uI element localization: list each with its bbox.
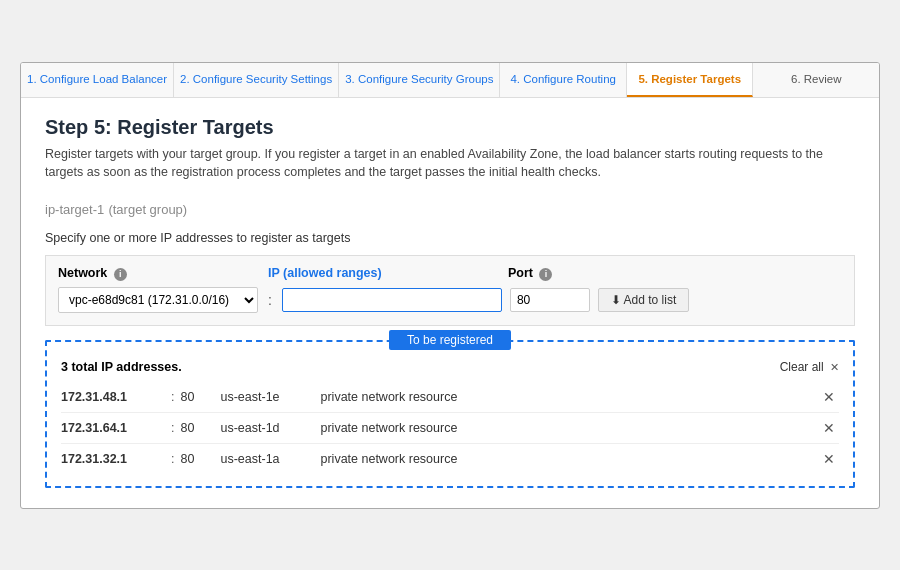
ip-col-header: IP (allowed ranges) xyxy=(268,266,508,280)
remove-target-button[interactable]: ✕ xyxy=(819,420,839,436)
total-count: 3 total IP addresses. xyxy=(61,360,182,374)
target-resource: private network resource xyxy=(320,452,819,466)
registered-header-row: 3 total IP addresses. Clear all ✕ xyxy=(61,360,839,374)
target-ip: 172.31.64.1 xyxy=(61,421,171,435)
input-section: Network i IP (allowed ranges) Port i vpc… xyxy=(45,255,855,326)
target-zone: us-east-1a xyxy=(220,452,320,466)
registered-badge: To be registered xyxy=(389,330,511,350)
target-row: 172.31.32.1 : 80 us-east-1a private netw… xyxy=(61,444,839,474)
clear-all-button[interactable]: Clear all ✕ xyxy=(780,360,839,374)
network-info-icon[interactable]: i xyxy=(114,268,127,281)
wizard-step-step5[interactable]: 5. Register Targets xyxy=(627,63,754,97)
registered-title-bar: To be registered xyxy=(47,330,853,350)
remove-target-button[interactable]: ✕ xyxy=(819,389,839,405)
target-resource: private network resource xyxy=(320,390,819,404)
add-to-list-button[interactable]: ⬇ Add to list xyxy=(598,288,689,312)
target-resource: private network resource xyxy=(320,421,819,435)
target-port: 80 xyxy=(180,452,220,466)
input-headers: Network i IP (allowed ranges) Port i xyxy=(58,266,842,281)
wizard-step-step4[interactable]: 4. Configure Routing xyxy=(500,63,627,97)
target-group-name: ip-target-1 (target group) xyxy=(45,200,855,217)
main-window: 1. Configure Load Balancer2. Configure S… xyxy=(20,62,880,509)
target-zone: us-east-1e xyxy=(220,390,320,404)
port-col-header: Port i xyxy=(508,266,628,281)
port-info-icon[interactable]: i xyxy=(539,268,552,281)
ip-input[interactable] xyxy=(282,288,502,312)
specify-label: Specify one or more IP addresses to regi… xyxy=(45,231,855,245)
colon-separator: : xyxy=(268,292,272,308)
registered-body: 3 total IP addresses. Clear all ✕ 172.31… xyxy=(47,350,853,486)
page-description: Register targets with your target group.… xyxy=(45,145,855,183)
target-rows-container: 172.31.48.1 : 80 us-east-1e private netw… xyxy=(61,382,839,474)
wizard-step-step1[interactable]: 1. Configure Load Balancer xyxy=(21,63,174,97)
target-colon: : xyxy=(171,421,174,435)
target-zone: us-east-1d xyxy=(220,421,320,435)
target-colon: : xyxy=(171,390,174,404)
wizard-steps: 1. Configure Load Balancer2. Configure S… xyxy=(21,63,879,98)
target-ip: 172.31.32.1 xyxy=(61,452,171,466)
wizard-step-step6[interactable]: 6. Review xyxy=(753,63,879,97)
page-title: Step 5: Register Targets xyxy=(45,116,855,139)
target-ip: 172.31.48.1 xyxy=(61,390,171,404)
target-port: 80 xyxy=(180,421,220,435)
input-fields: vpc-e68d9c81 (172.31.0.0/16) : ⬇ Add to … xyxy=(58,287,842,313)
target-port: 80 xyxy=(180,390,220,404)
target-colon: : xyxy=(171,452,174,466)
registered-section: To be registered 3 total IP addresses. C… xyxy=(45,340,855,488)
wizard-step-step2[interactable]: 2. Configure Security Settings xyxy=(174,63,339,97)
network-col-header: Network i xyxy=(58,266,268,281)
wizard-step-step3[interactable]: 3. Configure Security Groups xyxy=(339,63,500,97)
remove-target-button[interactable]: ✕ xyxy=(819,451,839,467)
clear-all-icon: ✕ xyxy=(830,361,839,373)
network-select[interactable]: vpc-e68d9c81 (172.31.0.0/16) xyxy=(58,287,258,313)
target-row: 172.31.64.1 : 80 us-east-1d private netw… xyxy=(61,413,839,444)
target-row: 172.31.48.1 : 80 us-east-1e private netw… xyxy=(61,382,839,413)
add-icon: ⬇ xyxy=(611,293,624,307)
port-input[interactable] xyxy=(510,288,590,312)
main-content: Step 5: Register Targets Register target… xyxy=(21,98,879,508)
